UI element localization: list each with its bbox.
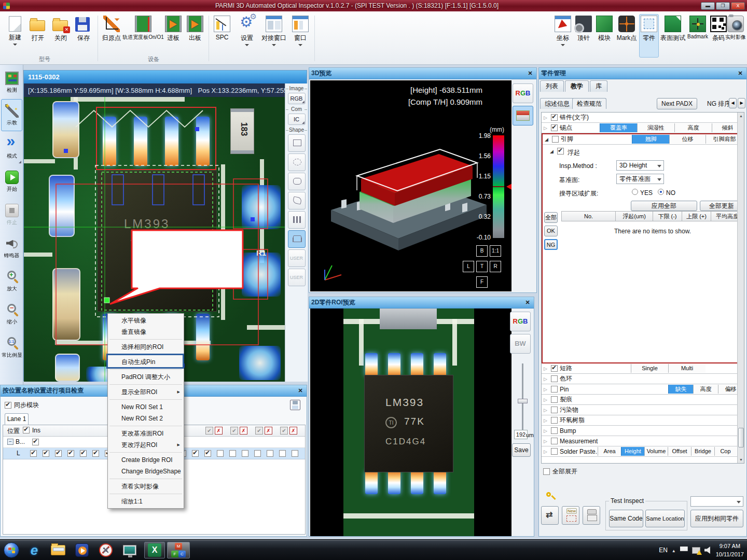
no-radio[interactable] — [658, 189, 664, 195]
zoom-out-button[interactable]: 缩小 — [1, 298, 22, 330]
barcode-button[interactable]: 条码 — [710, 14, 727, 58]
checkbox[interactable] — [543, 468, 550, 475]
item-checkbox[interactable] — [254, 450, 261, 457]
pin-height-button[interactable]: 高度 — [693, 385, 718, 394]
track-width-button[interactable]: 轨道宽度板On/O1 — [125, 14, 162, 58]
next-padx-button[interactable]: Next PADX — [657, 98, 697, 109]
render-3d-view[interactable]: [Height] -638.511mm [Comp T/H] 0.909mm — [310, 80, 511, 291]
sp-height-button[interactable]: Height — [621, 447, 644, 456]
item-checkbox[interactable] — [551, 365, 558, 372]
support-pin-button[interactable]: 顶针 — [574, 14, 593, 58]
teach-button[interactable]: 示教 — [1, 99, 22, 131]
item-checkbox[interactable] — [551, 417, 558, 424]
check-all-icon[interactable] — [230, 427, 238, 435]
dock-window-button[interactable]: 对接窗口 — [259, 14, 288, 58]
close-model-button[interactable]: 关闭 — [50, 14, 72, 58]
item-checkbox[interactable] — [92, 450, 99, 457]
ins-checkbox[interactable] — [23, 427, 30, 433]
save-positions-button[interactable] — [290, 400, 300, 410]
roi-2d-view[interactable]: LM393 TI 77K C1D4G4 — [310, 309, 511, 536]
item-checkbox[interactable] — [551, 407, 558, 413]
tree-row-color-ring[interactable]: 色环 — [542, 374, 744, 384]
scrollbar-thumb[interactable] — [738, 428, 744, 447]
close-button[interactable]: X — [731, 2, 745, 10]
tab-library[interactable]: 库 — [590, 80, 607, 92]
menu-item-auto-generate-pin[interactable]: 自动生成Pin — [108, 356, 184, 368]
filter-ng-button[interactable]: NG — [544, 239, 558, 250]
lifted-lead-button[interactable]: 翘脚 — [632, 135, 669, 144]
ic-type-button[interactable]: IC — [288, 114, 306, 125]
snipping-tool-button[interactable] — [96, 542, 115, 558]
tree-row-lead[interactable]: 引脚 翘脚 位移 引脚肩部 — [543, 134, 743, 145]
close-icon[interactable] — [523, 299, 532, 307]
rgb-mode-button[interactable]: RGB — [288, 93, 306, 104]
menu-item-new-roi-set-1[interactable]: New ROI Set 1 — [108, 401, 184, 413]
tree-row-crack[interactable]: 裂痕 — [542, 395, 744, 405]
lane-tab[interactable]: Lane 1 — [5, 413, 29, 425]
board-in-button[interactable]: 进板 — [163, 14, 184, 58]
settings-button[interactable]: 设置 — [236, 14, 258, 58]
mark-point-button[interactable]: Mark点 — [615, 14, 638, 58]
rgb-toggle-button[interactable]: RGB — [513, 83, 533, 103]
rgb-toggle-button[interactable]: RGB — [510, 312, 531, 331]
item-checkbox[interactable] — [551, 386, 558, 393]
check-all-icon[interactable] — [205, 427, 213, 435]
close-icon[interactable] — [296, 387, 305, 395]
tab-teach[interactable]: 教学 — [565, 80, 589, 92]
check-all-icon[interactable] — [255, 427, 263, 435]
item-checkbox[interactable] — [80, 450, 87, 457]
item-checkbox[interactable] — [43, 450, 49, 457]
row-checkbox[interactable] — [32, 439, 39, 445]
item-checkbox[interactable] — [217, 450, 224, 457]
item-checkbox[interactable] — [551, 114, 558, 121]
item-checkbox[interactable] — [551, 375, 558, 382]
tree-row-pin[interactable]: Pin 缺失 高度 偏移 — [542, 384, 744, 395]
uncheck-all-icon[interactable] — [289, 427, 297, 435]
uncheck-all-icon[interactable] — [240, 427, 247, 435]
item-checkbox[interactable] — [192, 450, 199, 457]
minimize-button[interactable]: ▬ — [701, 2, 715, 10]
area-button[interactable]: Area — [598, 447, 621, 456]
expander-icon[interactable] — [544, 387, 549, 392]
next-ng-button[interactable]: ▶ — [738, 98, 745, 108]
item-checkbox[interactable] — [267, 450, 273, 457]
prev-ng-button[interactable]: ◀ — [729, 98, 737, 108]
save-roi-button[interactable]: Save — [512, 443, 531, 457]
item-checkbox[interactable] — [551, 396, 558, 403]
item-checkbox[interactable] — [551, 448, 558, 455]
user-shape-1-button[interactable]: USER — [288, 249, 306, 267]
live-image-button[interactable]: 实时影像 — [725, 14, 746, 58]
insp-method-select[interactable]: 3D Height — [616, 160, 664, 171]
start-button[interactable] — [2, 542, 21, 558]
view-3d-toggle-button[interactable] — [513, 106, 533, 125]
wetting-button[interactable]: 润湿性 — [637, 123, 674, 132]
expand-all-checkbox[interactable]: 全部展开 — [543, 467, 577, 476]
volume-button[interactable]: Volume — [644, 447, 668, 456]
offset-button[interactable]: Offset — [668, 447, 691, 456]
expander-icon[interactable] — [544, 439, 549, 444]
menu-item-mirror-v[interactable]: 垂直镜像 — [108, 326, 184, 338]
rounded-shape-button[interactable] — [288, 173, 306, 190]
expander-icon[interactable] — [550, 149, 555, 154]
tab-inspection-spec[interactable]: 检查规范 — [572, 98, 606, 109]
tree-row-solder-paste[interactable]: Solder Paste. Area Height Volume Offset … — [542, 446, 744, 457]
window-menu-button[interactable]: 窗口 — [289, 14, 311, 58]
base-plane-select[interactable]: 零件基准面 — [616, 174, 664, 184]
expander-icon[interactable] — [545, 137, 550, 142]
height-button[interactable]: 高度 — [674, 123, 712, 132]
filter-ok-button[interactable]: OK — [544, 226, 558, 236]
language-indicator[interactable]: EN — [659, 547, 668, 554]
surface-test-button[interactable]: 表面测试 — [660, 14, 686, 58]
bw-toggle-button[interactable]: BW — [510, 334, 531, 354]
slider-handle[interactable] — [518, 399, 528, 403]
float-checkbox[interactable] — [557, 148, 564, 155]
clock[interactable]: 9:07 AM 10/11/2017 — [716, 542, 744, 559]
same-code-button[interactable]: Same Code — [609, 510, 643, 527]
zoom-in-button[interactable]: 放大 — [1, 265, 22, 297]
menu-item-create-bridge-roi[interactable]: Create Bridge ROI — [108, 454, 184, 466]
user-shape-2-button[interactable]: USER — [288, 269, 306, 286]
menu-item-change-float-roi[interactable]: 更改浮起ROI — [108, 439, 184, 451]
menu-item-view-live-image[interactable]: 查看实时影像 — [108, 481, 184, 492]
expander-icon[interactable] — [544, 418, 549, 423]
height-marker-icon[interactable] — [506, 182, 511, 191]
